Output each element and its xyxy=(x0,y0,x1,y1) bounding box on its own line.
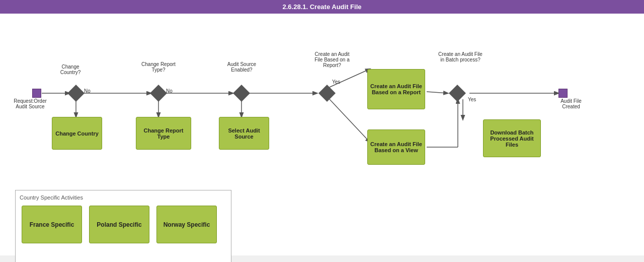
title-bar: 2.6.28.1. Create Audit File xyxy=(0,0,644,14)
diamond-change-country xyxy=(67,85,85,102)
start-label: Request:Order Audit Source xyxy=(10,98,50,109)
audit-source-label: Audit Source Enabled? xyxy=(225,61,258,73)
no1-label: No xyxy=(84,88,91,94)
diamond-audit-source xyxy=(233,85,250,102)
yes1-label: Yes xyxy=(332,79,340,85)
country-boxes: France Specific Poland Specific Norway S… xyxy=(20,206,227,243)
start-node xyxy=(32,89,41,98)
end-node xyxy=(558,89,568,98)
diamond-change-report xyxy=(150,85,167,102)
change-country-label: Change Country? xyxy=(53,64,88,75)
country-panel-title: Country Specific Activities xyxy=(20,194,227,201)
yes2-label: Yes xyxy=(468,97,476,102)
norway-specific[interactable]: Norway Specific xyxy=(156,206,217,243)
end-label: Audit File Created xyxy=(553,98,589,109)
create-report-box[interactable]: Create an Audit File Based on a Report xyxy=(367,69,425,109)
diagram-area: Request:Order Audit Source Change Countr… xyxy=(0,14,644,255)
no2-label: No xyxy=(166,88,173,94)
change-country-box[interactable]: Change Country xyxy=(52,117,102,150)
download-batch-box[interactable]: Download Batch Processed Audit Files xyxy=(483,119,541,157)
change-report-label: Change Report Type? xyxy=(141,61,176,73)
create-audit-label: Create an Audit File Based on a Report? xyxy=(312,51,352,68)
france-specific[interactable]: France Specific xyxy=(22,206,82,243)
flow-arrows xyxy=(0,14,644,205)
diamond-create-audit xyxy=(318,85,336,102)
page-title: 2.6.28.1. Create Audit File xyxy=(282,3,361,11)
batch-label: Create an Audit File in Batch process? xyxy=(438,51,483,62)
svg-line-8 xyxy=(330,99,370,142)
diamond-batch xyxy=(449,85,466,102)
change-report-box[interactable]: Change Report Type xyxy=(136,117,191,150)
svg-line-9 xyxy=(427,92,448,93)
create-view-box[interactable]: Create an Audit File Based on a View xyxy=(367,129,425,165)
select-audit-source-box[interactable]: Select Audit Source xyxy=(219,117,269,150)
country-panel: Country Specific Activities France Speci… xyxy=(15,190,231,262)
poland-specific[interactable]: Poland Specific xyxy=(89,206,149,243)
